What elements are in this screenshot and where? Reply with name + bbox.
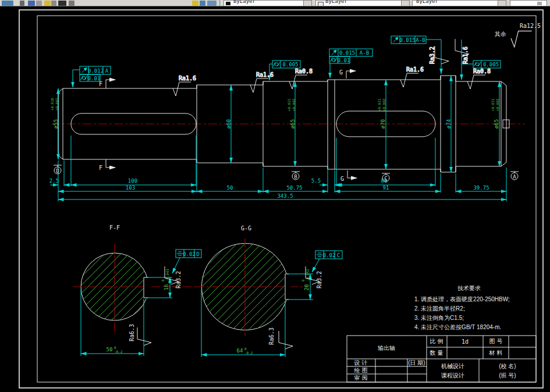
color-combo-value: ByLayer [325,0,347,4]
dim-2-5: 2.5 [49,178,59,184]
ra-s1: Ra1.6 [179,75,196,81]
ff-title: F-F [109,224,120,231]
school-placeholder: (校 名) [499,363,516,369]
tool-icon-3[interactable] [69,1,74,6]
toolbar: ByLayer ByLayer ByLayer [0,0,550,6]
tool-icon-2[interactable] [51,1,56,6]
gg-width-lo: -0.052 [306,269,310,281]
dim-dia55: ø55 [53,119,59,129]
fcf9-datum: C [337,252,340,258]
save-icon[interactable] [28,1,35,6]
color-chip [318,2,324,6]
tech-req-title: 技术要求 [457,285,481,291]
review-label: 审 阅 [354,375,368,381]
datum-b: B [294,174,297,180]
scale-label: 比 例 [430,338,443,344]
layer-combo-arrow-icon[interactable] [303,1,311,6]
datum-c: C [384,176,387,181]
course-line2: 课程设计 [441,372,464,379]
lineweight-combo[interactable] [510,0,547,6]
dim-343-5: 343.5 [277,193,293,199]
mark-f-bottom: F [99,165,102,171]
fcf9-tol: 0.02 [323,252,336,258]
tech-req-3: 3. 未注倒角为C1.5; [414,315,464,321]
dim-100: 100 [128,178,137,184]
cad-canvas[interactable]: ø55 +0.018 +0.002 ø60 ø65 +0.021 +0.002 … [0,0,550,392]
fcf3-tol: 0.005 [282,62,298,67]
ff-ra-key: Ra3.2 [175,271,182,288]
layer-state-icon[interactable] [207,1,217,6]
dim-dia60: ø60 [226,119,232,129]
text-tool-icon[interactable] [58,1,66,6]
layer-color-chip [226,2,230,5]
ff-depth: 50 [107,347,113,352]
dim-dia70-lo: +0.002 [382,98,386,111]
dim-50-75: 50.75 [286,185,302,191]
linetype-combo[interactable]: ByLayer [412,0,506,6]
fcf8-datum: D [196,251,199,257]
layer-combo-value: ByLayer [233,0,256,4]
linetype-combo-value: ByLayer [416,0,438,4]
ra-s7: Ra0.8 [473,68,491,74]
dim-dia55-lo: +0.002 [55,98,59,111]
ra-s3: Ra0.8 [295,68,313,74]
fcf6-tol: 0.015 [399,37,415,43]
fcf4-tol: 0.015 [339,50,355,56]
open-icon[interactable] [20,1,24,6]
ff-depth-up: 0 [114,345,116,350]
surplus-ra: Ra12.5 [520,23,541,29]
fcf2-tol: 0.01 [88,76,101,81]
layer-combo[interactable]: ByLayer [223,0,312,6]
fcf1-tol: 0.012 [88,68,104,74]
dim-103: 103 [126,185,135,191]
ra-s5: Ra3.2 [429,47,435,64]
tech-req-2: 2. 未注圆角半径R2; [414,305,465,312]
dim-dia74: ø74 [446,119,452,129]
linetype-combo-arrow-icon[interactable] [498,1,506,6]
gg-title: G-G [241,225,251,231]
gg-depth: 64 [237,348,243,354]
layers-icon[interactable] [192,1,198,6]
gg-width-up: 0 [301,279,305,281]
tool-icon-1[interactable] [44,1,51,6]
design-label: 设 计 [354,359,368,366]
tech-req-1: 1. 调质处理，表面硬度220-250HBW; [414,296,510,302]
application-window: ByLayer ByLayer ByLayer [0,0,550,392]
dim-39-75: 39.75 [473,185,489,191]
datum-a: A [513,174,516,180]
class-placeholder: (班 号) [499,372,516,379]
course-line1: 机械设计 [441,363,464,369]
color-combo-arrow-icon[interactable] [401,1,409,6]
dim-dia65r-lo: +0.002 [495,98,499,111]
gg-ra-key: Ra3.2 [316,271,322,288]
gg-depth-lo: -0.2 [244,351,253,355]
dim-dia65r: ø65 [494,119,499,129]
scale-value: 1d [462,338,469,345]
layer-props-icon[interactable] [200,1,205,6]
gg-ra-bottom: Ra6.3 [268,327,275,345]
mark-g-bottom: G [340,176,344,182]
material-label: 材 料 [489,350,503,356]
fcf7-tol: 0.005 [483,62,499,67]
ff-depth-lo: -0.2 [114,350,123,354]
qty-label: 数 量 [430,350,443,356]
gg-depth-up: 0 [244,347,247,351]
dim-dia65: ø65 [290,119,296,129]
part-name: 输出轴 [378,345,395,351]
new-icon[interactable] [2,1,13,6]
draft-label: 绘 图 [354,367,368,373]
dim-dia65r-up: +0.021 [491,98,495,111]
print-icon[interactable] [36,1,42,6]
ra-s6: Ra1.6 [462,47,469,64]
ff-ra-bottom: Ra6.3 [129,324,135,341]
surplus-label: 其余 [495,31,506,37]
datum-d: D [56,168,59,174]
dim-dia70-up: +0.021 [377,98,381,111]
dim-dia65-lo: +0.002 [292,98,296,111]
mark-g-top: G [339,69,343,76]
toolbar-separator [219,0,221,6]
dim-50: 50 [227,185,233,191]
dim-5-5: 5.5 [311,178,321,184]
dim-91: 91 [383,185,389,191]
color-combo[interactable]: ByLayer [315,0,410,6]
